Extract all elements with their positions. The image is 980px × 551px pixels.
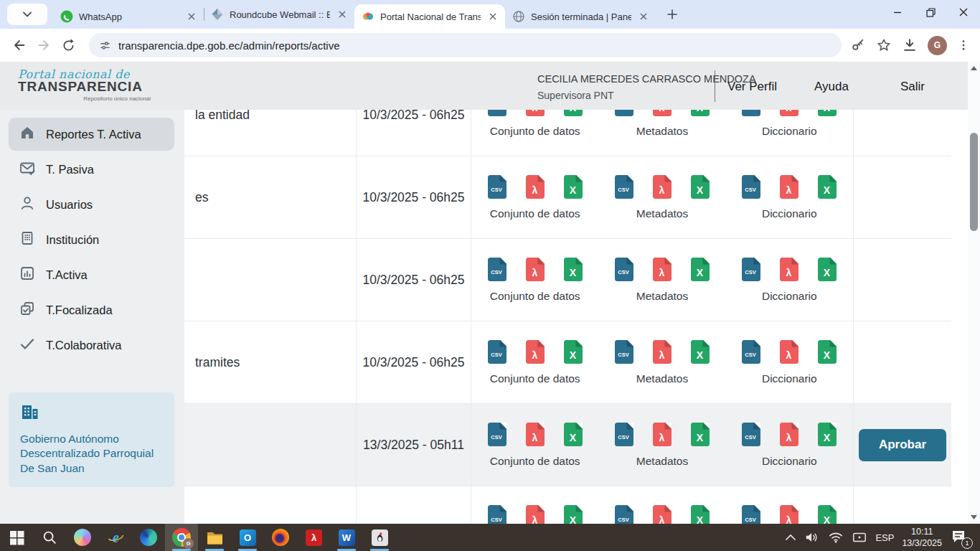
tab-close-button[interactable] [336,8,349,21]
csv-file-icon[interactable]: CSV [742,258,760,281]
address-bar[interactable]: transparencia.dpe.gob.ec/admin/reports/a… [89,33,842,57]
profile-avatar[interactable]: G [928,36,947,55]
csv-file-icon[interactable]: CSV [488,110,507,116]
approve-button[interactable]: Aprobar [859,429,946,461]
reload-button[interactable] [56,33,80,57]
xls-file-icon[interactable]: X [818,340,837,364]
pdf-file-icon[interactable]: λ [526,175,545,199]
csv-file-icon[interactable]: CSV [615,505,633,524]
csv-file-icon[interactable]: CSV [742,423,760,446]
sidebar-item-reportes-t-activa[interactable]: Reportes T. Activa [9,118,174,151]
scroll-up-icon[interactable] [968,63,980,73]
language-indicator[interactable]: ESP [875,532,894,543]
back-button[interactable] [7,33,32,57]
pdf-file-icon[interactable]: λ [780,175,798,199]
csv-file-icon[interactable]: CSV [615,175,633,199]
taskbar-search-icon[interactable] [33,524,66,551]
sidebar-item-t-colaborativa[interactable]: T.Colaborativa [9,329,174,362]
browser-tab-1[interactable]: WhatsApp [53,4,204,29]
xls-file-icon[interactable]: X [691,258,710,281]
window-restore-button[interactable] [914,0,947,24]
csv-file-icon[interactable]: CSV [488,258,507,281]
pdf-file-icon[interactable]: λ [780,110,798,116]
taskbar-outlook-icon[interactable]: O [231,524,264,551]
new-tab-button[interactable] [661,4,683,25]
xls-file-icon[interactable]: X [818,175,837,199]
page-scrollbar[interactable] [968,62,980,524]
forward-button[interactable] [32,33,56,57]
menu-dots-icon[interactable] [957,39,970,52]
pdf-file-icon[interactable]: λ [780,258,798,281]
pdf-file-icon[interactable]: λ [653,110,672,116]
xls-file-icon[interactable]: X [564,423,583,446]
csv-file-icon[interactable]: CSV [742,340,760,364]
pdf-file-icon[interactable]: λ [653,258,672,281]
xls-file-icon[interactable]: X [564,505,583,524]
sidebar-item-t-focalizada[interactable]: T.Focalizada [9,293,174,326]
taskbar-firefox-icon[interactable] [264,524,297,551]
scrollbar-thumb[interactable] [970,133,978,231]
csv-file-icon[interactable]: CSV [615,258,633,281]
xls-file-icon[interactable]: X [564,340,583,364]
xls-file-icon[interactable]: X [564,258,583,281]
password-key-icon[interactable] [850,37,866,53]
pdf-file-icon[interactable]: λ [653,175,672,199]
taskbar-clock[interactable]: 10:11 13/3/2025 [902,526,942,550]
window-close-button[interactable] [947,0,980,24]
csv-file-icon[interactable]: CSV [488,175,507,199]
bookmark-star-icon[interactable] [876,37,892,53]
link-ver-perfil[interactable]: Ver Perfil [727,80,777,94]
sidebar-item-usuarios[interactable]: Usuarios [9,188,174,221]
taskbar-java-icon[interactable] [363,524,396,551]
taskbar-start-icon[interactable] [0,524,33,551]
xls-file-icon[interactable]: X [691,505,710,524]
csv-file-icon[interactable]: CSV [615,340,633,364]
pdf-file-icon[interactable]: λ [653,340,672,364]
xls-file-icon[interactable]: X [691,175,710,199]
taskbar-edge-icon[interactable] [132,524,165,551]
xls-file-icon[interactable]: X [818,505,837,524]
taskbar-copilot-icon[interactable] [66,524,99,551]
taskbar-acrobat-icon[interactable]: λ [297,524,330,551]
xls-file-icon[interactable]: X [564,110,583,116]
window-minimize-button[interactable] [881,0,914,24]
csv-file-icon[interactable]: CSV [488,505,507,524]
pdf-file-icon[interactable]: λ [526,110,545,116]
sidebar-item-t-activa[interactable]: T.Activa [9,258,174,291]
tray-chevron-up-icon[interactable] [785,533,796,542]
tab-close-button[interactable] [637,10,650,23]
entity-card[interactable]: Gobierno Autónomo Descentralizado Parroq… [9,392,174,487]
pdf-file-icon[interactable]: λ [780,340,798,364]
xls-file-icon[interactable]: X [691,423,710,446]
xls-file-icon[interactable]: X [818,423,837,446]
csv-file-icon[interactable]: CSV [488,423,507,446]
browser-tab-4[interactable]: Sesión terminada | Panel Admin [505,4,656,29]
cast-display-icon[interactable] [852,531,867,544]
pdf-file-icon[interactable]: λ [526,258,545,281]
taskbar-explorer-icon[interactable] [198,524,231,551]
pdf-file-icon[interactable]: λ [526,423,545,446]
xls-file-icon[interactable]: X [564,175,583,199]
csv-file-icon[interactable]: CSV [742,110,760,116]
volume-icon[interactable] [804,530,820,545]
tab-close-button[interactable] [185,10,198,23]
sidebar-item-instituci-n[interactable]: Institución [9,223,174,256]
pdf-file-icon[interactable]: λ [653,505,672,524]
link-ayuda[interactable]: Ayuda [814,80,849,94]
csv-file-icon[interactable]: CSV [615,110,633,116]
csv-file-icon[interactable]: CSV [488,340,507,364]
taskbar-word-icon[interactable]: W [330,524,363,551]
xls-file-icon[interactable]: X [691,340,710,364]
taskbar-chrome-icon[interactable]: G [165,524,198,551]
pdf-file-icon[interactable]: λ [526,340,545,364]
csv-file-icon[interactable]: CSV [742,505,760,524]
pdf-file-icon[interactable]: λ [526,505,545,524]
scroll-down-icon[interactable] [968,512,980,522]
xls-file-icon[interactable]: X [818,110,837,116]
pdf-file-icon[interactable]: λ [780,505,798,524]
wifi-icon[interactable] [828,531,844,544]
csv-file-icon[interactable]: CSV [742,175,760,199]
link-salir[interactable]: Salir [900,80,925,94]
xls-file-icon[interactable]: X [691,110,710,116]
browser-tab-3[interactable]: Portal Nacional de Transparen [354,4,505,29]
